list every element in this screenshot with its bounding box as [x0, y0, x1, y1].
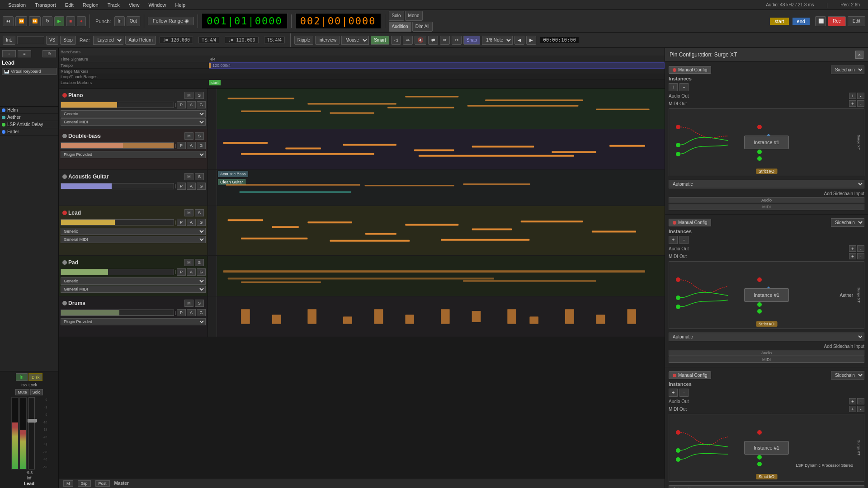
drums-arrangement[interactable] [217, 296, 665, 337]
instances-plus-1[interactable]: + [669, 83, 678, 91]
mode-btn2[interactable]: ⇔ [403, 36, 413, 45]
doublebass-s-btn[interactable]: S [195, 132, 204, 140]
lead-plugin-select1[interactable]: Generic [61, 228, 206, 235]
pad-fader[interactable] [61, 269, 174, 275]
midi-out-plus-2[interactable]: + [849, 253, 856, 259]
pad-m-btn[interactable]: M [184, 259, 193, 266]
master-grp-btn[interactable]: Grp [78, 480, 91, 487]
lead-m-btn[interactable]: M [184, 209, 193, 216]
manual-config-btn-1[interactable]: Manual Config [669, 66, 711, 74]
piano-fader[interactable] [61, 102, 174, 108]
in-disk-btn[interactable]: In [16, 373, 28, 381]
piano-p-btn[interactable]: P [177, 101, 186, 108]
collapse-btn[interactable]: ⊕ [42, 50, 56, 57]
mode-btn4[interactable]: ⇄ [428, 36, 438, 45]
rewind-btn[interactable]: ⏪ [15, 16, 27, 26]
piano-plugin-select2[interactable]: General MIDI [61, 118, 206, 126]
pad-a-btn[interactable]: A [187, 268, 196, 276]
pad-plugin-select2[interactable]: General MIDI [61, 286, 206, 293]
menu-region[interactable]: Region [78, 2, 103, 8]
menu-session[interactable]: Session [4, 2, 30, 8]
drums-p-btn[interactable]: P [177, 309, 186, 316]
pad-arrangement[interactable] [217, 256, 665, 296]
menu-view[interactable]: View [124, 2, 144, 8]
piano-a-btn[interactable]: A [187, 101, 196, 108]
midi-out-minus-1[interactable]: - [857, 100, 864, 107]
auto-return-btn[interactable]: Auto Return [125, 36, 156, 45]
vertical-fader[interactable] [28, 397, 35, 469]
menu-transport[interactable]: Transport [30, 2, 61, 8]
piano-m-btn[interactable]: M [184, 92, 193, 99]
mode-btn3[interactable]: 🔇 [415, 36, 426, 45]
drums-g-btn[interactable]: G [197, 309, 206, 316]
level-btn[interactable]: ≡ [18, 50, 31, 57]
midi-out-plus-3[interactable]: + [849, 406, 856, 412]
drums-plugin-select[interactable]: Plugin Provided [61, 318, 206, 325]
acoustic-guitar-s-btn[interactable]: S [195, 173, 204, 180]
smart-btn[interactable]: Smart [371, 36, 389, 45]
midi-out-minus-3[interactable]: - [857, 406, 864, 412]
mute-btn[interactable]: Mute [15, 389, 29, 395]
instances-plus-3[interactable]: + [669, 389, 678, 397]
strict-io-btn-1[interactable]: Strict I/O [756, 169, 777, 174]
menu-track[interactable]: Track [103, 2, 124, 8]
audio-out-plus-3[interactable]: + [849, 398, 856, 404]
punch-in-btn[interactable]: In [114, 16, 124, 26]
doublebass-m-btn[interactable]: M [184, 132, 193, 140]
rec-main-btn[interactable]: Rec [828, 16, 846, 26]
piano-g-btn[interactable]: G [197, 101, 206, 108]
follow-range-btn[interactable]: Follow Range ◉ [148, 17, 194, 25]
mono-btn[interactable]: Mono [405, 11, 423, 21]
midi-out-minus-2[interactable]: - [857, 253, 864, 259]
menu-edit[interactable]: Edit [61, 2, 78, 8]
plugin-item-fader[interactable]: Fader [0, 128, 58, 136]
master-post-btn[interactable]: Post [95, 480, 110, 487]
snap-btn[interactable]: Snap [463, 36, 480, 45]
menu-window[interactable]: Window [144, 2, 170, 8]
lead-a-btn[interactable]: A [187, 219, 196, 226]
return-to-zero-btn[interactable]: ⏮ [3, 16, 14, 26]
edit-btn[interactable]: Edit [848, 16, 865, 26]
solo-btn[interactable]: Solo [389, 11, 404, 21]
start-marker-btn[interactable]: start [770, 18, 788, 25]
automatic-select-2[interactable]: Automatic [669, 333, 864, 341]
lead-s-btn[interactable]: S [195, 209, 204, 216]
add-sidechain-midi-2[interactable]: MIDI [669, 357, 864, 363]
manual-config-btn-2[interactable]: Manual Config [669, 219, 711, 226]
plugin-item-helm[interactable]: Helm [0, 107, 58, 114]
instances-minus-3[interactable]: - [679, 389, 689, 397]
sidechain-select-2[interactable]: Sidechain [831, 218, 864, 227]
drums-m-btn[interactable]: M [184, 300, 193, 307]
next-marker-btn[interactable]: ▶ [526, 36, 536, 45]
instances-plus-2[interactable]: + [669, 236, 678, 244]
pad-rec-dot[interactable] [62, 260, 67, 265]
lead-rec-dot[interactable] [62, 211, 67, 215]
acoustic-guitar-g-btn[interactable]: G [197, 183, 206, 190]
add-sidechain-audio-2[interactable]: Audio [669, 350, 864, 356]
audition-btn[interactable]: Audition [389, 22, 411, 32]
instances-minus-2[interactable]: - [679, 236, 689, 244]
tracks-scroll-area[interactable]: Piano M S | P A G Generic General [59, 89, 665, 478]
master-m-btn[interactable]: M [63, 480, 73, 487]
lead-g-btn[interactable]: G [197, 219, 206, 226]
input-mode-btn[interactable]: ↓ [2, 50, 16, 57]
lead-plugin-select2[interactable]: General MIDI [61, 236, 206, 243]
menu-help[interactable]: Help [171, 2, 190, 8]
acoustic-guitar-m-btn[interactable]: M [184, 173, 193, 180]
int-btn[interactable]: Int. [3, 36, 15, 45]
audio-out-plus-1[interactable]: + [849, 93, 856, 99]
piano-rec-dot[interactable] [62, 93, 67, 98]
acoustic-guitar-a-btn[interactable]: A [187, 183, 196, 190]
doublebass-rec-dot[interactable] [62, 134, 67, 138]
automatic-select-3[interactable]: Automatic [669, 485, 864, 488]
layered-select[interactable]: Layered [93, 36, 123, 45]
automatic-select-1[interactable]: Automatic [669, 180, 864, 188]
plugin-item-aether[interactable]: Aether [0, 114, 58, 121]
note-select[interactable]: 1/8 Note [482, 36, 513, 45]
pad-p-btn[interactable]: P [177, 268, 186, 276]
lead-fader[interactable] [61, 219, 174, 225]
piano-arrangement[interactable] [217, 89, 665, 129]
doublebass-fader[interactable] [61, 142, 174, 149]
doublebass-p-btn[interactable]: P [177, 142, 186, 149]
stop-label-btn[interactable]: Stop [60, 36, 76, 45]
